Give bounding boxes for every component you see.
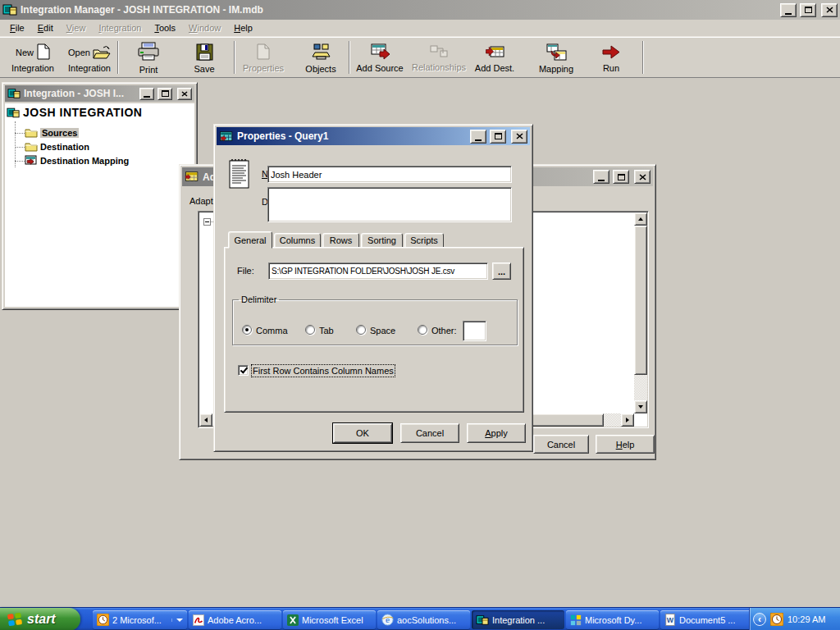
query-icon [219, 130, 234, 143]
notepad-icon [229, 158, 250, 189]
tray-clock-icon[interactable] [770, 613, 783, 626]
properties-button: Properties [239, 40, 288, 76]
taskbar-button-document5[interactable]: W Document5 ... [660, 610, 753, 629]
toolbar-separator [642, 41, 644, 74]
group-dropdown-arrow[interactable] [171, 619, 183, 622]
radio-comma[interactable] [242, 325, 252, 335]
radio-comma-label[interactable]: Comma [256, 326, 288, 336]
close-button[interactable] [511, 130, 527, 144]
delimiter-group: Delimiter Comma Tab Space Other: [232, 294, 518, 345]
mapping-icon [25, 155, 38, 167]
radio-tab[interactable] [305, 325, 315, 335]
svg-text:W: W [667, 616, 674, 624]
new-page-icon [36, 43, 50, 62]
taskbar-button-group-microsoft[interactable]: 2 Microsof... [93, 610, 187, 629]
first-row-checkbox[interactable] [238, 365, 249, 376]
acrobat-icon [193, 614, 204, 626]
system-tray: ‹ 10:29 AM [749, 608, 840, 630]
maximize-button[interactable] [158, 88, 172, 100]
radio-other-label[interactable]: Other: [431, 326, 457, 336]
excel-icon [287, 614, 299, 626]
taskbar-button-aocsolutions[interactable]: e aocSolutions... [377, 610, 470, 629]
tab-columns[interactable]: Columns [274, 233, 321, 248]
maximize-button[interactable] [800, 3, 816, 17]
relationships-icon [429, 44, 449, 61]
save-button[interactable]: Save [180, 40, 229, 76]
folder-icon [25, 141, 38, 152]
radio-space[interactable] [356, 325, 366, 335]
radio-other[interactable] [418, 325, 427, 335]
browse-button[interactable]: ... [492, 262, 511, 280]
scroll-down-button[interactable] [634, 400, 647, 413]
folder-icon [25, 127, 38, 138]
minimize-button[interactable] [139, 88, 154, 100]
taskbar: start 2 Microsof... Adobe Acro... Micros… [0, 607, 840, 630]
tab-general[interactable]: General [228, 231, 272, 249]
tab-scripts[interactable]: Scripts [404, 233, 444, 248]
clock-icon [97, 614, 109, 626]
other-delimiter-field[interactable] [463, 321, 486, 341]
first-row-checkbox-label[interactable]: First Row Contains Column Names [253, 366, 394, 376]
add-source-button[interactable]: Add Source [353, 40, 407, 76]
word-icon: W [664, 614, 676, 626]
close-button[interactable] [177, 88, 192, 100]
open-integration-button[interactable]: Open Integration [62, 40, 116, 76]
mapping-button[interactable]: Mapping [531, 40, 582, 76]
tab-sorting[interactable]: Sorting [361, 233, 403, 248]
file-field[interactable] [268, 262, 488, 280]
adapter-help-button[interactable]: Help [596, 435, 655, 454]
mapping-icon [546, 43, 567, 62]
close-icon [639, 174, 646, 180]
print-icon [138, 42, 159, 63]
scroll-right-button[interactable] [621, 413, 634, 427]
tab-rows[interactable]: Rows [322, 233, 359, 248]
close-button[interactable] [821, 3, 838, 17]
tree-item-sources[interactable]: Sources [25, 126, 79, 139]
menu-tools[interactable]: Tools [148, 21, 182, 34]
tree-root-josh-integration[interactable]: JOSH INTEGRATION [7, 106, 142, 119]
relationships-button: Relationships [409, 40, 469, 76]
menu-file[interactable]: File [3, 21, 31, 34]
tree-expand-minus[interactable] [203, 218, 211, 226]
tree-item-destination[interactable]: Destination [25, 139, 89, 153]
maximize-button[interactable] [490, 130, 506, 144]
tree-item-destination-mapping[interactable]: Destination Mapping [25, 153, 129, 167]
windows-flag-icon [7, 611, 23, 628]
print-button[interactable]: Print [123, 40, 174, 76]
vertical-scrollbar [634, 212, 647, 413]
maximize-button[interactable] [613, 170, 629, 184]
radio-tab-label[interactable]: Tab [319, 326, 334, 336]
radio-space-label[interactable]: Space [370, 326, 395, 336]
menu-help[interactable]: Help [227, 21, 259, 34]
taskbar-button-microsoft-dynamics[interactable]: Microsoft Dy... [566, 610, 659, 629]
adapter-cancel-button[interactable]: Cancel [533, 435, 589, 454]
properties-dialog-title: Properties - Query1 [237, 130, 328, 142]
add-dest-button[interactable]: Add Dest. [471, 40, 518, 76]
taskbar-button-integration-manager[interactable]: Integration ... [472, 610, 564, 629]
scroll-up-button[interactable] [634, 212, 647, 226]
minimize-button[interactable] [780, 3, 797, 17]
app-icon [2, 3, 17, 16]
start-button[interactable]: start [0, 608, 80, 630]
integration-tree: JOSH INTEGRATION Sources Destination Des… [5, 103, 194, 307]
name-field[interactable] [267, 166, 512, 183]
general-tab-panel: File: ... Delimiter Comma Tab Space Othe… [224, 247, 524, 413]
ok-button[interactable]: OK [333, 423, 392, 443]
cancel-button[interactable]: Cancel [400, 423, 459, 443]
objects-button[interactable]: Objects [296, 40, 345, 76]
scroll-thumb[interactable] [634, 226, 647, 375]
close-button[interactable] [634, 170, 651, 184]
minimize-button[interactable] [470, 130, 486, 144]
new-integration-button[interactable]: New Integration [3, 40, 62, 76]
add-dest-icon [485, 43, 505, 62]
run-button[interactable]: Run [587, 40, 635, 76]
menu-edit[interactable]: Edit [31, 21, 60, 34]
taskbar-button-excel[interactable]: Microsoft Excel [283, 610, 376, 629]
scroll-left-button[interactable] [199, 413, 212, 427]
tray-chevron-icon[interactable]: ‹ [753, 613, 766, 626]
taskbar-button-adobe-acrobat[interactable]: Adobe Acro... [189, 610, 281, 629]
description-field[interactable] [267, 187, 512, 222]
close-icon [516, 133, 523, 139]
apply-button[interactable]: Apply [467, 423, 526, 443]
minimize-button[interactable] [593, 170, 609, 184]
